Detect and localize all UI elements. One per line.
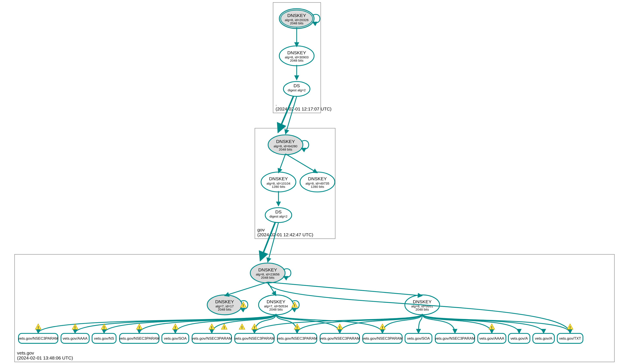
node-title: DNSKEY [308,176,327,181]
leaf-L9: vets.gov/NSEC3PARAM [362,333,403,343]
node-title: DNSKEY [287,13,306,18]
leaf-edge [422,314,544,333]
leaf-L0: vets.gov/NSEC3PARAM [18,333,58,343]
node-title: DNSKEY [215,299,234,304]
svg-text:!: ! [491,325,492,330]
node-bits: 2048 bits [290,21,304,25]
svg-text:!: ! [223,325,225,330]
leaf-label: vets.gov/TXT [559,336,581,341]
svg-text:!: ! [382,325,383,330]
leaf-label: vets.gov/NS [94,336,114,341]
edge [279,154,286,173]
node-bits: 2048 bits [415,308,429,311]
svg-text:!: ! [243,303,244,308]
leaf-L5: vets.gov/NSEC3PARAM [191,333,232,343]
leaf-L15: vets.gov/TXT [557,333,583,343]
leaf-L10: vets.gov/SOA [405,333,432,343]
leaf-L12: vets.gov/AAAA [478,333,506,343]
node-n5: DNSKEYalg=8, id=101041280 bits [261,172,296,192]
zone-label: gov [257,227,265,232]
zone-vets: vets.gov(2024-02-01 13:48:06 UTC) [15,254,615,362]
zone-timestamp: (2024-02-01 12:17:07 UTC) [276,106,331,111]
node-title: DNSKEY [413,299,432,304]
node-title: DS [275,209,282,214]
svg-text:!: ! [139,325,140,330]
node-n6: DNSKEYalg=8, id=497351280 bits [300,172,335,192]
svg-text:!: ! [37,325,39,330]
warning-icon: ! [337,324,343,330]
node-title: DNSKEY [269,176,288,181]
node-n7: DSdigest alg=2 [265,208,292,222]
node-title: DS [294,83,300,88]
leaf-L6: vets.gov/NSEC3PARAM [234,333,275,343]
leaf-edge [297,314,422,333]
node-n10: DNSKEYalg=7, id=505342048 bits [259,295,293,315]
leaf-label: vets.gov/NSEC3PARAM [234,336,275,341]
node-bits: 1280 bits [272,185,285,188]
node-n8: DNSKEYalg=8, id=236562048 bits [250,263,285,283]
leaf-edge [38,314,276,333]
svg-rect-2 [15,254,615,362]
leaf-edge [422,314,570,333]
leaf-L4: vets.gov/SOA [162,333,189,343]
warning-icon: ! [239,324,245,330]
zone-label: vets.gov [17,351,34,355]
node-bits: 2048 bits [269,308,283,311]
leaf-L8: vets.gov/NSEC3PARAM [320,333,360,343]
zone-label: . [276,101,277,106]
leaf-label: vets.gov/AAAA [63,336,88,341]
warning-icon: ! [136,324,142,330]
leaf-L2: vets.gov/NS [92,333,116,343]
node-bits: 2048 bits [279,148,292,151]
leaf-label: vets.gov/SOA [407,336,430,341]
dnssec-chain-diagram: .(2024-02-01 12:17:07 UTC)gov(2024-02-01… [0,0,629,364]
leaf-L7: vets.gov/NSEC3PARAM [277,333,317,343]
warning-icon: ! [252,324,257,330]
node-n1: DNSKEYalg=8, id=203262048 bits [279,9,314,28]
svg-text:!: ! [569,325,571,330]
svg-text:!: ! [241,325,243,330]
node-n3: DSdigest alg=2 [284,82,310,96]
warning-icon: ! [209,324,215,330]
leaf-label: vets.gov/AAAA [479,336,504,341]
warning-icon: ! [221,324,227,330]
svg-text:!: ! [296,325,298,330]
node-title: DNSKEY [276,139,295,144]
warning-icon: ! [172,324,178,330]
zone-timestamp: (2024-02-01 13:48:06 UTC) [17,355,73,360]
leaf-L13: vets.gov/A [508,333,530,343]
leaf-label: vets.gov/NSEC3PARAM [435,336,475,341]
leaf-label: vets.gov/NSEC3PARAM [18,336,58,341]
edge [268,282,422,296]
warning-icon: ! [72,324,78,330]
node-n9: DNSKEYalg=7, id=172048 bits [207,295,242,315]
svg-text:!: ! [175,325,176,330]
leaf-edge [422,314,492,333]
leaf-label: vets.gov/A [510,336,528,341]
leaf-edge [139,314,276,333]
node-detail: digest alg=2 [288,88,306,92]
leaf-label: vets.gov/NSEC3PARAM [320,336,360,341]
leaf-label: vets.gov/NSEC3PARAM [119,336,159,341]
leaf-L1: vets.gov/AAAA [61,333,89,343]
node-bits: 2048 bits [290,59,304,62]
svg-text:!: ! [254,325,255,330]
node-n4: DNSKEYalg=8, id=642802048 bits [268,135,303,155]
edge [268,282,276,296]
node-n2: DNSKEYalg=8, id=309032048 bits [279,46,314,66]
warning-icon: ! [567,324,573,330]
leaf-label: vets.gov/NSEC3PARAM [277,336,317,341]
node-title: DNSKEY [287,50,306,55]
leaf-label: vets.gov/SOA [164,336,187,341]
leaf-label: vets.gov/A [535,336,552,341]
leaf-label: vets.gov/NSEC3PARAM [191,336,232,341]
leaf-L11: vets.gov/NSEC3PARAM [435,333,475,343]
node-bits: 1280 bits [311,185,324,188]
leaf-L3: vets.gov/NSEC3PARAM [119,333,159,343]
node-title: DNSKEY [258,267,277,272]
node-detail: digest alg=2 [269,214,287,218]
svg-text:!: ! [211,325,212,330]
leaf-label: vets.gov/NSEC3PARAM [362,336,403,341]
warning-icon: ! [294,324,300,330]
svg-text:!: ! [294,303,295,308]
